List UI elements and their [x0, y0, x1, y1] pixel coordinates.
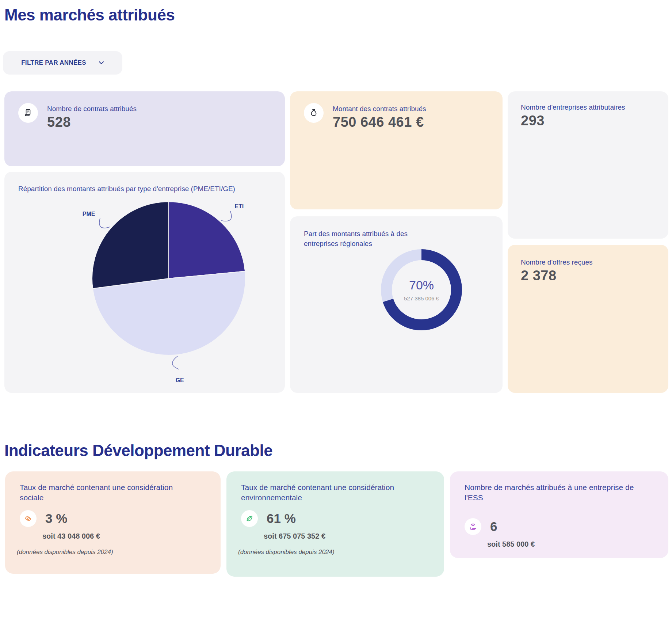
handshake-icon [23, 514, 33, 523]
pie-callout-line [172, 356, 179, 369]
social-note: (données disponibles depuis 2024) [17, 549, 206, 556]
contracts-amount-value: 750 646 461 € [333, 114, 426, 130]
card-pie-chart: Répartition des montants attribués par t… [4, 172, 285, 393]
contract-icon-circle [18, 103, 38, 123]
handshake-icon-circle [20, 510, 37, 527]
contracts-count-label: Nombre de contrats attribués [47, 105, 137, 113]
environmental-note: (données disponibles depuis 2024) [238, 549, 429, 556]
social-label: Taux de marché contenant une considérati… [20, 482, 193, 503]
contracts-amount-label: Montant des contrats attribués [333, 105, 426, 113]
ess-value: 6 [490, 519, 497, 534]
social-amount: soit 43 048 006 € [42, 532, 206, 540]
leaf-icon [245, 514, 254, 523]
pie-callout-line [99, 218, 110, 228]
social-value: 3 % [45, 511, 67, 526]
pie-slice-eti[interactable] [169, 202, 245, 278]
environmental-amount: soit 675 075 352 € [264, 532, 429, 540]
companies-count-label: Nombre d'entreprises attributaires [521, 103, 668, 111]
leaf-icon-circle [241, 510, 258, 527]
money-bag-icon-circle [304, 103, 324, 123]
card-ess-markets: Nombre de marchés attribués à une entrep… [450, 471, 668, 558]
card-contracts-amount: Montant des contrats attribués 750 646 4… [290, 91, 503, 209]
card-donut-chart: Part des montants attribués à des entrep… [290, 216, 503, 393]
ess-amount: soit 585 000 € [487, 540, 654, 549]
card-offers-count: Nombre d'offres reçues 2 378 [508, 245, 668, 393]
donut-chart[interactable] [378, 246, 465, 334]
donut-chart-title: Part des montants attribués à des entrep… [304, 229, 430, 248]
offers-count-label: Nombre d'offres reçues [521, 258, 668, 266]
card-companies-count: Nombre d'entreprises attributaires 293 [508, 91, 668, 239]
pie-label-pme: PME [83, 211, 95, 217]
pie-label-eti: ETI [234, 203, 244, 209]
ess-label: Nombre de marchés attribués à une entrep… [465, 482, 654, 503]
page-title: Mes marchés attribués [4, 6, 175, 24]
pie-chart[interactable]: ETIGEPME [4, 172, 285, 393]
card-environmental-consideration: Taux de marché contenant une considérati… [226, 471, 444, 577]
offers-count-value: 2 378 [521, 268, 668, 284]
money-bag-icon [309, 108, 318, 118]
section-title-sustainability: Indicateurs Développement Durable [4, 441, 272, 460]
sustainability-grid: Taux de marché contenant une considérati… [5, 471, 668, 577]
stats-grid: Nombre de contrats attribués 528 Réparti… [4, 91, 668, 393]
environmental-label: Taux de marché contenant une considérati… [241, 482, 422, 503]
filter-by-years-label: FILTRE PAR ANNÉES [21, 59, 86, 67]
chevron-down-icon [99, 61, 104, 65]
contract-icon [23, 108, 33, 118]
hand-heart-icon [468, 522, 478, 531]
pie-callout-line [221, 211, 232, 221]
companies-count-value: 293 [521, 113, 668, 129]
contracts-count-value: 528 [47, 114, 137, 130]
environmental-value: 61 % [267, 511, 296, 526]
pie-label-ge: GE [176, 377, 184, 383]
card-social-consideration: Taux de marché contenant une considérati… [5, 471, 221, 574]
dashboard-page: Mes marchés attribués FILTRE PAR ANNÉES [0, 0, 672, 630]
filter-by-years-button[interactable]: FILTRE PAR ANNÉES [3, 51, 122, 75]
hand-heart-icon-circle [465, 518, 481, 535]
pie-slice-pme[interactable] [92, 202, 169, 289]
card-contracts-count: Nombre de contrats attribués 528 [4, 91, 285, 166]
